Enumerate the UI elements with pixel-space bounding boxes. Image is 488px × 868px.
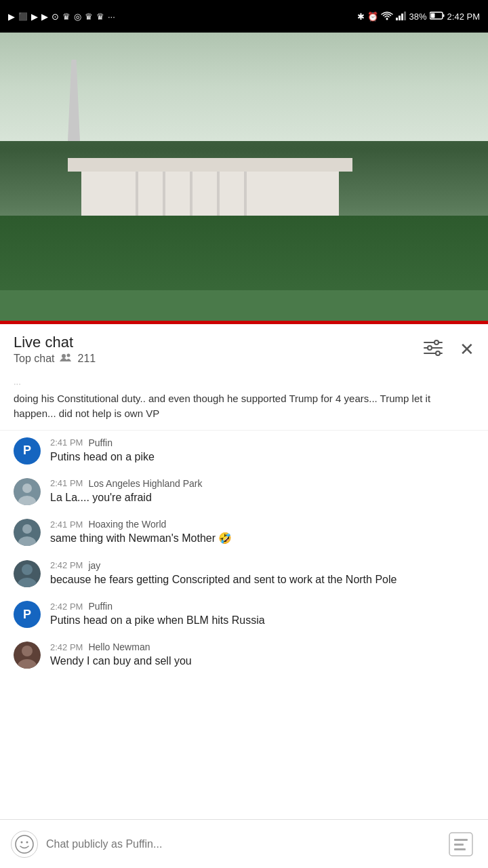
close-icon[interactable]: ✕ [460, 339, 474, 360]
message-time: 2:41 PM [50, 478, 83, 488]
dots-icon: ··· [108, 12, 115, 22]
message-text: Wendy I can buy and sell you [50, 654, 474, 669]
svg-point-26 [22, 646, 33, 656]
video-player[interactable] [0, 33, 488, 324]
svg-point-13 [434, 340, 439, 344]
wifi-icon [381, 11, 393, 22]
message-text: same thing with Newman's Mother 🤣 [50, 531, 474, 546]
message-time: 2:41 PM [50, 519, 83, 530]
truncated-text: doing his Constitutional duty.. and even… [14, 393, 430, 420]
message-content: 2:41 PM Puffin Putins head on a pike [50, 437, 474, 465]
message-time: 2:42 PM [50, 560, 83, 570]
message-meta: 2:41 PM Los Angeles Highland Park [50, 478, 474, 489]
message-text: La La.... you're afraid [50, 490, 474, 505]
svg-rect-1 [396, 18, 398, 20]
crown-icon-3: ♛ [96, 12, 104, 22]
message-content: 2:42 PM Hello Newman Wendy I can buy and… [50, 642, 474, 669]
svg-point-29 [21, 841, 23, 843]
yt-icon: ▶ [31, 12, 38, 22]
chat-input-bar [0, 819, 488, 868]
bluetooth-icon: ✱ [357, 12, 365, 22]
message-time: 2:42 PM [50, 601, 83, 612]
chat-subtitle: Top chat 211 [14, 353, 96, 365]
notif-icon-1: ⬛ [18, 12, 28, 21]
viewers-icon [60, 353, 72, 365]
status-bar: ▶ ⬛ ▶ ▶ ⊙ ♛ ◎ ♛ ♛ ··· ✱ ⏰ [0, 0, 488, 33]
time-display: 2:42 PM [447, 12, 480, 22]
alarm-icon: ⏰ [367, 12, 378, 22]
list-item: P 2:42 PM Puffin Putins head on a pike w… [0, 594, 488, 635]
message-text: Putins head on a pike when BLM hits Russ… [50, 613, 474, 628]
top-chat-label[interactable]: Top chat [14, 353, 54, 365]
status-bar-left: ▶ ⬛ ▶ ▶ ⊙ ♛ ◎ ♛ ♛ ··· [8, 12, 115, 22]
svg-point-28 [16, 835, 33, 853]
live-chat-panel: Live chat Top chat 211 [0, 324, 488, 730]
avatar [14, 478, 41, 505]
emoji-button[interactable] [11, 831, 38, 858]
message-author: Puffin [88, 601, 113, 612]
message-meta: 2:41 PM Puffin [50, 437, 474, 448]
status-bar-right: ✱ ⏰ 38% [357, 11, 480, 22]
svg-point-23 [22, 564, 33, 575]
svg-point-30 [26, 841, 28, 843]
chat-input[interactable] [46, 829, 436, 859]
svg-rect-3 [401, 14, 403, 20]
svg-point-8 [62, 354, 66, 358]
svg-rect-4 [404, 12, 406, 20]
chat-header: Live chat Top chat 211 [0, 324, 488, 365]
message-content: 2:41 PM Hoaxing the World same thing wit… [50, 519, 474, 546]
message-text: Putins head on a pike [50, 450, 474, 465]
video-progress-bar[interactable] [0, 321, 488, 324]
list-item: 2:42 PM jay because he fears getting Con… [0, 553, 488, 594]
filter-icon[interactable] [423, 339, 443, 359]
svg-rect-2 [399, 16, 401, 20]
list-item: 2:42 PM Hello Newman Wendy I can buy and… [0, 635, 488, 675]
message-author: jay [88, 560, 100, 571]
svg-point-9 [67, 354, 70, 357]
avatar [14, 560, 41, 587]
yt-icon-2: ▶ [41, 12, 48, 22]
list-item: P 2:41 PM Puffin Putins head on a pike [0, 431, 488, 471]
message-meta: 2:41 PM Hoaxing the World [50, 519, 474, 530]
message-author: Puffin [88, 437, 113, 448]
message-author: Hoaxing the World [88, 519, 166, 530]
ground [0, 290, 488, 324]
avatar: P [14, 601, 41, 628]
message-author: Los Angeles Highland Park [88, 478, 202, 489]
svg-point-14 [428, 346, 432, 350]
message-meta: 2:42 PM Puffin [50, 601, 474, 612]
message-author: Hello Newman [88, 642, 150, 652]
svg-point-20 [22, 524, 32, 534]
building-roof [68, 158, 352, 172]
chat-header-left: Live chat Top chat 211 [14, 334, 96, 365]
circle-icon: ⊙ [52, 12, 59, 22]
viewer-count: 211 [77, 353, 96, 365]
signal-icon [396, 11, 407, 22]
avatar [14, 519, 41, 546]
svg-rect-33 [454, 844, 464, 846]
message-meta: 2:42 PM Hello Newman [50, 642, 474, 652]
svg-point-17 [22, 484, 32, 493]
message-meta: 2:42 PM jay [50, 560, 474, 571]
svg-rect-34 [454, 848, 466, 850]
list-item: 2:41 PM Los Angeles Highland Park La La.… [0, 471, 488, 512]
message-content: 2:42 PM jay because he fears getting Con… [50, 560, 474, 587]
send-button[interactable] [445, 828, 477, 861]
chat-title: Live chat [14, 334, 96, 351]
messages-container: ··· doing his Constitutional duty.. and … [0, 365, 488, 730]
svg-point-15 [436, 351, 440, 355]
play-icon: ▶ [8, 12, 15, 22]
svg-rect-7 [430, 13, 434, 18]
message-content: 2:41 PM Los Angeles Highland Park La La.… [50, 478, 474, 505]
crown-icon-1: ♛ [62, 12, 70, 22]
battery-percent: 38% [409, 12, 427, 22]
message-text: because he fears getting Conscripted and… [50, 572, 474, 587]
svg-rect-32 [454, 839, 468, 841]
truncated-message: ··· doing his Constitutional duty.. and … [0, 370, 488, 431]
svg-point-0 [386, 18, 388, 20]
chat-header-icons: ✕ [423, 339, 474, 360]
ring-icon: ◎ [74, 12, 81, 22]
crown-icon-2: ♛ [85, 12, 93, 22]
battery-icon [430, 11, 445, 22]
message-content: 2:42 PM Puffin Putins head on a pike whe… [50, 601, 474, 628]
